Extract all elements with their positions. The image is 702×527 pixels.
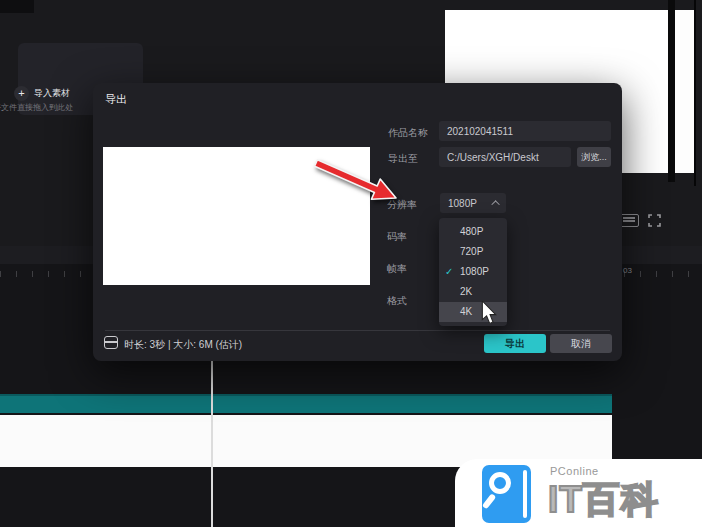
app-window: + 导入素材 将文件直接拖入到此处 03 导出 作品名称 20210204151… — [0, 0, 702, 527]
magnifier-handle — [482, 493, 497, 509]
fullscreen-icon[interactable] — [648, 214, 661, 227]
magnifier-logo-icon — [482, 465, 531, 523]
playhead[interactable] — [211, 358, 213, 527]
footer-divider — [105, 330, 610, 331]
path-label: 导出至 — [388, 152, 418, 166]
menu-item-720p[interactable]: 720P — [439, 242, 507, 262]
dialog-title: 导出 — [105, 92, 127, 107]
export-dialog: 导出 作品名称 202102041511 导出至 C:/Users/XGH/De… — [93, 83, 622, 361]
check-icon: ✓ — [445, 262, 453, 282]
import-material-button[interactable]: + 导入素材 — [14, 85, 70, 101]
format-label: 格式 — [387, 294, 407, 308]
name-input[interactable]: 202102041511 — [439, 121, 611, 141]
frame-icon — [104, 336, 118, 349]
chevron-up-icon — [491, 200, 499, 208]
panel-divider — [668, 0, 675, 182]
framerate-label: 帧率 — [387, 262, 407, 276]
resolution-select[interactable]: 1080P — [440, 193, 506, 213]
import-material-label: 导入素材 — [34, 87, 70, 100]
cancel-button[interactable]: 取消 — [550, 334, 612, 353]
panel-divider — [694, 0, 696, 186]
resolution-value: 1080P — [448, 198, 477, 209]
menu-item-1080p[interactable]: ✓ 1080P — [439, 262, 507, 282]
drag-drop-hint: 将文件直接拖入到此处 — [0, 102, 93, 113]
bitrate-label: 码率 — [387, 230, 407, 244]
resolution-label: 分辨率 — [387, 198, 417, 212]
media-thumb-fragment — [0, 0, 34, 13]
ruler-time-label: 03 — [623, 266, 632, 275]
browse-button[interactable]: 浏览... — [577, 147, 611, 167]
watermark-title: IT百科 — [548, 475, 659, 525]
menu-item-4k[interactable]: 4K — [439, 302, 507, 322]
menu-item-2k[interactable]: 2K — [439, 282, 507, 302]
player-preview-edge — [675, 10, 694, 173]
export-info-text: 时长: 3秒 | 大小: 6M (估计) — [124, 338, 242, 352]
aspect-ratio-icon[interactable] — [619, 214, 639, 227]
export-button[interactable]: 导出 — [484, 334, 546, 353]
magnifier-lens — [489, 472, 511, 494]
export-preview — [103, 147, 370, 285]
resolution-dropdown-menu: 480P 720P ✓ 1080P 2K 4K — [439, 218, 507, 326]
logo-bracket — [523, 470, 527, 518]
plus-icon: + — [14, 86, 29, 101]
path-input[interactable]: C:/Users/XGH/Deskt — [439, 147, 571, 167]
watermark: PConline IT百科 — [455, 459, 702, 527]
menu-item-480p[interactable]: 480P — [439, 222, 507, 242]
name-label: 作品名称 — [388, 126, 428, 140]
timeline-clip-teal[interactable] — [0, 394, 612, 413]
